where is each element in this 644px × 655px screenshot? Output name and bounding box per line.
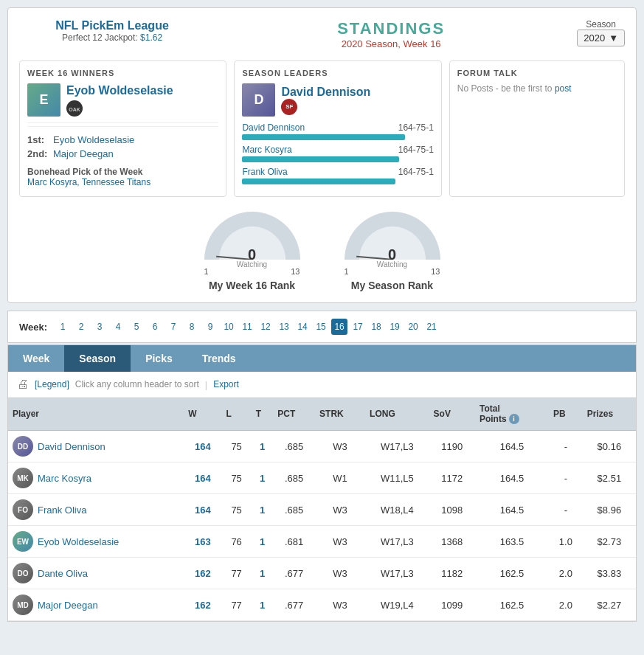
- export-button[interactable]: Export: [213, 379, 239, 389]
- legend-button[interactable]: [Legend]: [35, 379, 69, 389]
- week-button-13[interactable]: 13: [276, 319, 292, 335]
- prizes: $2.51: [583, 462, 636, 494]
- week-button-3[interactable]: 3: [91, 319, 108, 335]
- ties: 1: [252, 526, 273, 558]
- bonehead-section: Bonehead Pick of the Week Marc Kosyra, T…: [27, 167, 218, 187]
- long: W17,L3: [365, 431, 429, 462]
- sov: 1190: [429, 431, 475, 462]
- progress-bar: [242, 179, 395, 184]
- leaderboard: David Dennison 164-75-1 Marc Kosyra 164-…: [242, 122, 433, 184]
- jackpot-amount[interactable]: $1.62: [140, 32, 162, 43]
- week-rank-meter: 0 Watching 1 13 My Week 16 Rank: [204, 212, 300, 291]
- week-button-15[interactable]: 15: [313, 319, 329, 335]
- col-header-long[interactable]: LONG: [365, 398, 429, 431]
- tab-picks[interactable]: Picks: [131, 345, 187, 372]
- player-name[interactable]: Eyob Woldeselasie: [38, 536, 119, 547]
- ties: 1: [252, 431, 273, 462]
- col-header-w[interactable]: W: [184, 398, 221, 431]
- week-winners-panel: WEEK 16 WINNERS E Eyob Woldeselasie OAK: [19, 60, 226, 197]
- col-header-pct[interactable]: PCT: [273, 398, 315, 431]
- standings-center: STANDINGS 2020 Season, Week 16: [205, 19, 577, 49]
- leader-item-score: 164-75-1: [398, 167, 434, 177]
- week-button-5[interactable]: 5: [128, 319, 145, 335]
- league-info: NFL PickEm League Perfect 12 Jackpot: $1…: [19, 19, 205, 43]
- bonehead-value[interactable]: Marc Kosyra, Tennessee Titans: [27, 177, 218, 187]
- leader-item: David Dennison 164-75-1: [242, 122, 433, 140]
- jackpot: Perfect 12 Jackpot: $1.62: [19, 32, 205, 43]
- leader-item-score: 164-75-1: [398, 122, 434, 133]
- week-button-7[interactable]: 7: [165, 319, 181, 335]
- pct: .685: [273, 462, 315, 494]
- col-header-pb[interactable]: PB: [549, 398, 583, 431]
- rank1-name[interactable]: Eyob Woldeselasie: [53, 134, 134, 145]
- week-button-4[interactable]: 4: [110, 319, 126, 335]
- week-button-16[interactable]: 16: [331, 319, 347, 335]
- tab-season[interactable]: Season: [64, 345, 131, 372]
- pb: 2.0: [549, 589, 583, 621]
- losses: 77: [221, 558, 251, 589]
- week-nav-label: Week:: [19, 322, 47, 333]
- week-button-9[interactable]: 9: [202, 319, 218, 335]
- panels-row: WEEK 16 WINNERS E Eyob Woldeselasie OAK: [19, 60, 625, 197]
- col-header-t[interactable]: T: [252, 398, 273, 431]
- col-header-total-points[interactable]: TotalPointsi: [475, 398, 549, 431]
- winner-name[interactable]: Eyob Woldeselasie: [66, 84, 173, 97]
- week-button-14[interactable]: 14: [294, 319, 311, 335]
- player-name[interactable]: Major Deegan: [38, 600, 98, 611]
- week-button-2[interactable]: 2: [73, 319, 89, 335]
- tab-trends[interactable]: Trends: [187, 345, 251, 372]
- player-name[interactable]: Frank Oliva: [38, 505, 86, 516]
- season-gauge-left: 1: [344, 267, 349, 276]
- tab-week[interactable]: Week: [8, 345, 64, 372]
- total-points: 164.5: [475, 494, 549, 526]
- week-button-1[interactable]: 1: [55, 319, 71, 335]
- week-button-17[interactable]: 17: [350, 319, 366, 335]
- ties: 1: [252, 462, 273, 494]
- losses: 75: [221, 431, 251, 462]
- week-nav: Week: 123456789101112131415161718192021: [7, 311, 637, 343]
- print-icon[interactable]: 🖨: [17, 378, 29, 391]
- top-header: NFL PickEm League Perfect 12 Jackpot: $1…: [19, 19, 625, 49]
- leader-item-name[interactable]: Frank Oliva: [242, 167, 287, 177]
- losses: 75: [221, 462, 251, 494]
- leader-name[interactable]: David Dennison: [281, 86, 370, 99]
- week-button-21[interactable]: 21: [423, 319, 440, 335]
- week-button-6[interactable]: 6: [147, 319, 163, 335]
- pb: 1.0: [549, 526, 583, 558]
- week-button-8[interactable]: 8: [184, 319, 200, 335]
- player-name[interactable]: Marc Kosyra: [38, 473, 91, 484]
- streak: W1: [315, 462, 365, 494]
- week-button-18[interactable]: 18: [368, 319, 384, 335]
- week-button-10[interactable]: 10: [221, 319, 237, 335]
- pb: -: [549, 431, 583, 462]
- week-button-19[interactable]: 19: [387, 319, 403, 335]
- leader-item: Marc Kosyra 164-75-1: [242, 145, 433, 162]
- post-link[interactable]: post: [555, 83, 572, 94]
- col-header-sov[interactable]: SoV: [429, 398, 475, 431]
- no-posts-text: No Posts - be the first to: [457, 83, 553, 94]
- rank2-name[interactable]: Major Deegan: [53, 148, 114, 159]
- player-cell: MK Marc Kosyra: [8, 462, 184, 494]
- week-button-20[interactable]: 20: [405, 319, 421, 335]
- col-header-prizes[interactable]: Prizes: [583, 398, 636, 431]
- leader-item-name[interactable]: David Dennison: [242, 122, 305, 133]
- season-rank-meter: 0 Watching 1 13 My Season Rank: [344, 212, 440, 291]
- sov: 1099: [429, 589, 475, 621]
- player-name[interactable]: Dante Oliva: [38, 568, 88, 579]
- week-button-12[interactable]: 12: [257, 319, 274, 335]
- col-header-l[interactable]: L: [221, 398, 251, 431]
- winner-info: Eyob Woldeselasie OAK: [66, 84, 173, 117]
- info-icon[interactable]: i: [509, 414, 519, 424]
- top-panel: NFL PickEm League Perfect 12 Jackpot: $1…: [7, 7, 637, 303]
- col-header-strk[interactable]: STRK: [315, 398, 365, 431]
- player-name[interactable]: David Dennison: [38, 441, 105, 452]
- pb: -: [549, 494, 583, 526]
- season-leaders-title: SEASON LEADERS: [242, 69, 433, 77]
- table-section: WeekSeasonPicksTrends 🖨 [Legend] Click a…: [7, 344, 637, 622]
- col-header-player[interactable]: Player: [8, 398, 184, 431]
- leader-item-name[interactable]: Marc Kosyra: [242, 145, 291, 155]
- season-dropdown[interactable]: 2020 ▼: [577, 30, 625, 46]
- week-button-11[interactable]: 11: [239, 319, 255, 335]
- pb: 2.0: [549, 558, 583, 589]
- rank2-row: 2nd: Major Deegan: [27, 147, 218, 161]
